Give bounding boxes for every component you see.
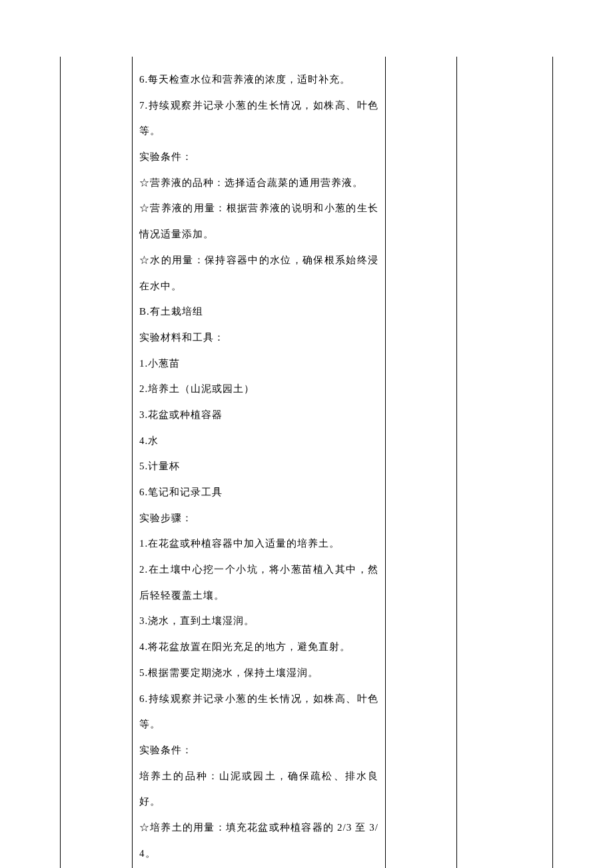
content-line: ☆营养液的用量：根据营养液的说明和小葱的生长情况适量添加。 [139, 195, 378, 247]
content-line: 6.每天检查水位和营养液的浓度，适时补充。 [139, 67, 378, 93]
document-table: 6.每天检查水位和营养液的浓度，适时补充。 7.持续观察并记录小葱的生长情况，如… [60, 57, 553, 868]
table-column-2-content: 6.每天检查水位和营养液的浓度，适时补充。 7.持续观察并记录小葱的生长情况，如… [133, 57, 386, 868]
table-column-1 [61, 57, 133, 868]
content-line: ☆营养液的品种：选择适合蔬菜的通用营养液。 [139, 170, 378, 196]
content-line: ☆水的用量：保持容器中的水位，确保根系始终浸在水中。 [139, 247, 378, 299]
content-line: B.有土栽培组 [139, 299, 378, 325]
content-line: 2.在土壤中心挖一个小坑，将小葱苗植入其中，然后轻轻覆盖土壤。 [139, 557, 378, 608]
content-line: 1.小葱苗 [139, 351, 378, 377]
content-line: 1.在花盆或种植容器中加入适量的培养土。 [139, 531, 378, 557]
content-line: 培养土的品种：山泥或园土，确保疏松、排水良好。 [139, 763, 378, 815]
content-line: 实验条件： [139, 737, 378, 763]
content-line: 6.笔记和记录工具 [139, 479, 378, 505]
content-line: 5.根据需要定期浇水，保持土壤湿润。 [139, 660, 378, 686]
content-line: 2.培养土（山泥或园土） [139, 376, 378, 402]
content-line: 实验条件： [139, 144, 378, 170]
content-line: 6.持续观察并记录小葱的生长情况，如株高、叶色等。 [139, 686, 378, 737]
content-line: 实验材料和工具： [139, 325, 378, 351]
content-line: 5.计量杯 [139, 453, 378, 479]
table-column-3 [386, 57, 457, 868]
content-line: 4.将花盆放置在阳光充足的地方，避免直射。 [139, 634, 378, 660]
content-line: 3.浇水，直到土壤湿润。 [139, 608, 378, 634]
content-line: 实验步骤： [139, 505, 378, 531]
content-line: ☆培养土的用量：填充花盆或种植容器的 2/3 至 3/4。 [139, 815, 378, 866]
content-line: 3.花盆或种植容器 [139, 402, 378, 428]
content-line: 7.持续观察并记录小葱的生长情况，如株高、叶色等。 [139, 93, 378, 144]
table-column-4 [457, 57, 552, 868]
content-line: 4.水 [139, 428, 378, 454]
